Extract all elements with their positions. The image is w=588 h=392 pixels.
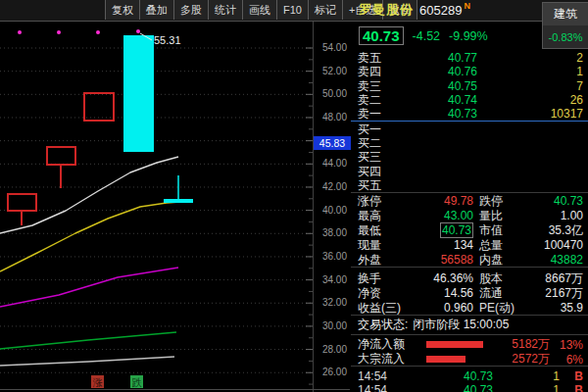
ask-row-1-label: 卖一 <box>358 107 397 121</box>
ask-row-3-qty: 7 <box>477 79 583 93</box>
sector-badge[interactable]: 建筑 -0.83% <box>542 2 588 49</box>
axis-tick-label: 32.00 <box>314 297 347 309</box>
annotation-box <box>84 93 114 121</box>
bid-row-3-label: 买三 <box>358 150 397 164</box>
stat-value: 56588 <box>403 253 473 267</box>
stat-value: 14.56 <box>403 286 473 300</box>
stat-label: 跌停 <box>473 194 522 208</box>
ask-row-2-price: 40.74 <box>397 93 477 107</box>
stat-value: 40.73 <box>522 194 583 208</box>
stat-label: 外盘 <box>358 253 403 267</box>
axis-tick-label: 34.00 <box>314 274 347 286</box>
tick-list[interactable]: 14:5440.731B14:5440.731B <box>351 367 588 392</box>
axis-tick-label: 28.00 <box>314 344 347 356</box>
flow-percent: 6% <box>550 353 583 367</box>
stat-value: 134 <box>403 238 473 252</box>
tick-side: B <box>560 370 583 383</box>
axis-tick-label: 48.00 <box>314 112 347 123</box>
stat-value: 2167万 <box>522 286 583 300</box>
axis-tick-label: 40.00 <box>314 205 347 217</box>
stat-row-top-1: 最高43.00量比1.00 <box>351 209 588 223</box>
money-flow-section: 净流入额5182万13%大宗流入2572万6% <box>351 335 588 366</box>
tick-row-0[interactable]: 14:5440.731B <box>351 370 588 384</box>
stat-row-bottom-2: 收益(三)0.960PE(动)35.9 <box>351 300 588 315</box>
trading-app-window: 55.31涨跌 54.0052.0050.0048.0046.0044.0042… <box>0 0 588 392</box>
order-book: 卖五40.772卖四40.761卖三40.757卖二40.7426卖一40.73… <box>351 51 588 192</box>
flow-percent: 13% <box>550 338 583 352</box>
ask-row-3[interactable]: 卖三40.757 <box>351 79 588 93</box>
ask-row-3-label: 卖三 <box>358 79 397 93</box>
price-change-percent: -9.99% <box>449 29 488 43</box>
stat-label: PE(动) <box>473 301 522 315</box>
limit-board-dot <box>18 30 22 34</box>
bid-row-1[interactable]: 买一 <box>351 122 588 135</box>
axis-tick-label: 42.00 <box>314 181 347 193</box>
stat-label: 股本 <box>473 271 522 285</box>
stat-label: 收益(三) <box>358 301 403 315</box>
stat-value: 1.00 <box>522 209 583 222</box>
menu-item-5[interactable]: F10 <box>277 0 309 20</box>
axis-cursor-label: 45.83 <box>314 136 351 150</box>
stat-value: 8667万 <box>522 271 583 285</box>
ask-row-1-qty: 10317 <box>477 107 583 121</box>
limit-board-dot <box>57 30 61 34</box>
stat-value-text: 56588 <box>441 253 473 267</box>
stat-label: 最高 <box>358 209 403 222</box>
menu-item-0[interactable]: 复权 <box>106 0 140 20</box>
bid-row-4[interactable]: 买四 <box>351 164 588 177</box>
ask-row-2-qty: 26 <box>477 93 583 107</box>
axis-tick-label: 50.00 <box>314 88 347 100</box>
chart-bottom-border <box>0 389 350 390</box>
ask-row-2[interactable]: 卖二40.7426 <box>351 93 588 107</box>
flow-bar <box>426 356 466 363</box>
stat-value: 43882 <box>522 253 583 267</box>
menu-item-2[interactable]: 多股 <box>174 0 209 20</box>
menu-item-1[interactable]: 叠加 <box>140 0 174 20</box>
stock-title: 罗曼股份 605289 N <box>359 0 470 20</box>
stat-row-top-4: 外盘56588内盘43882 <box>351 253 588 268</box>
stat-value: 46.36% <box>403 271 473 285</box>
ask-row-5[interactable]: 卖五40.772 <box>351 51 588 65</box>
stat-label: 量比 <box>473 209 522 222</box>
tick-price: 40.73 <box>409 384 493 392</box>
menu-item-4[interactable]: 画线 <box>243 0 277 20</box>
stat-value: 35.9 <box>522 301 583 315</box>
stat-value-text: 134 <box>454 238 473 252</box>
stat-row-bottom-1: 净资14.56流通2167万 <box>351 285 588 300</box>
sector-change: -0.83% <box>543 25 588 48</box>
axis-tick-label: 26.00 <box>314 367 347 378</box>
ask-row-4-price: 40.76 <box>397 65 477 78</box>
stat-label: 净资 <box>358 286 403 300</box>
flow-bar-track <box>426 341 489 348</box>
stat-value: 40.73 <box>403 223 473 237</box>
stat-value: 43.00 <box>403 209 473 222</box>
bid-row-3[interactable]: 买三 <box>351 150 588 164</box>
annotation-box <box>47 147 75 165</box>
stat-value-text: 43.00 <box>444 209 473 222</box>
bid-row-5[interactable]: 买五 <box>351 178 588 192</box>
menu-item-6[interactable]: 标记 <box>309 0 343 20</box>
tick-row-1[interactable]: 14:5440.731B <box>351 384 588 392</box>
stat-value: 49.78 <box>403 194 473 208</box>
axis-tick-label: 54.00 <box>314 42 347 54</box>
tick-price: 40.73 <box>409 370 493 383</box>
tick-qty: 1 <box>493 384 560 392</box>
stat-value: 100470 <box>522 238 583 252</box>
stat-value-text: 46.36% <box>433 271 473 285</box>
stat-value: 35.3亿 <box>522 223 583 237</box>
ask-row-3-price: 40.75 <box>397 79 477 93</box>
menu-item-3[interactable]: 统计 <box>209 0 243 20</box>
ma-magenta-line <box>0 268 178 307</box>
candle-body-down <box>123 35 154 152</box>
bid-row-2[interactable]: 买二 <box>351 136 588 150</box>
stat-value: 0.960 <box>403 301 473 315</box>
top-toolbar: 复权叠加多股统计画线F10标记+自选返回 罗曼股份 605289 N <box>0 0 588 22</box>
stat-label: 总量 <box>473 238 522 252</box>
ask-row-1[interactable]: 卖一40.7310317 <box>351 107 588 121</box>
ask-row-5-price: 40.77 <box>397 51 477 65</box>
stock-name: 罗曼股份 <box>359 1 414 19</box>
stat-row-top-0: 涨停49.78跌停40.73 <box>351 194 588 209</box>
stat-value-text: 49.78 <box>444 194 473 208</box>
ask-row-4-label: 卖四 <box>358 65 397 78</box>
ask-row-4[interactable]: 卖四40.761 <box>351 65 588 78</box>
